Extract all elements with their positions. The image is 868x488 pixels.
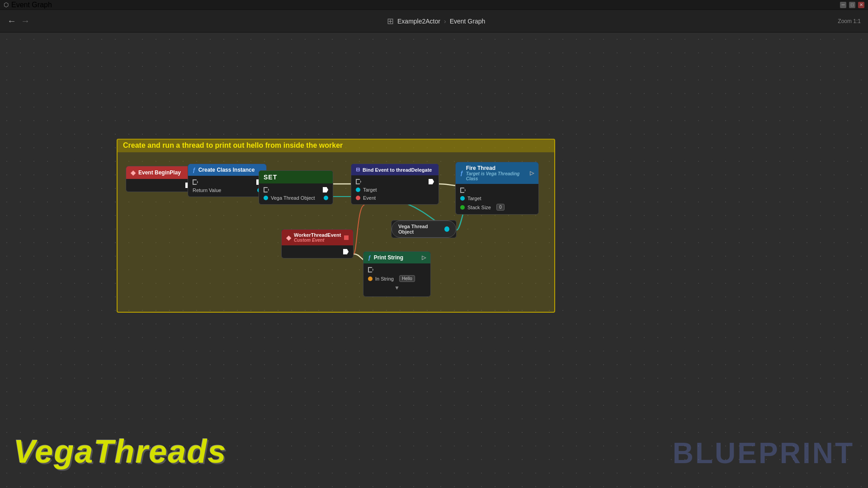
node-fire-thread-body: Target Stack Size 0 xyxy=(456,184,538,214)
create-return-row: Return Value xyxy=(193,188,262,193)
graph-canvas[interactable]: Create and run a thread to print out hel… xyxy=(0,33,868,488)
bind-exec-out-pin xyxy=(429,179,434,184)
node-create-class-instance[interactable]: ƒ Create Class Instance Return Value xyxy=(188,164,267,197)
ue-icon: ⬡ xyxy=(4,1,9,8)
stack-size-value[interactable]: 0 xyxy=(496,204,505,211)
print-instring-label: In String xyxy=(375,276,394,282)
fire-stack-row: Stack Size 0 xyxy=(460,204,534,211)
return-label: Return Value xyxy=(193,188,221,193)
breadcrumb-current: Event Graph xyxy=(450,18,486,25)
fire-thread-func-icon: ƒ xyxy=(460,170,463,176)
watermark-blueprint: BLUEPRINT xyxy=(673,436,854,470)
breadcrumb-separator: › xyxy=(444,18,446,25)
node-worker-header: ◆ WorkerThreadEvent Custom Event xyxy=(282,230,353,245)
node-print-string-header: ƒ Print String ▷ xyxy=(363,252,430,263)
set-var-label: Vega Thread Object xyxy=(271,195,315,201)
print-instring-pin xyxy=(368,277,373,281)
minimize-button[interactable]: ─ xyxy=(840,2,846,8)
breadcrumb-parent[interactable]: Example2Actor xyxy=(397,18,440,25)
node-worker-body xyxy=(282,245,353,258)
node-bind-event[interactable]: ⊟ Bind Event to threadDelegate Target Ev… xyxy=(351,164,439,205)
print-exec-row xyxy=(368,267,426,272)
node-event-begin-play-body xyxy=(126,179,195,192)
forward-button[interactable]: → xyxy=(21,16,30,26)
set-exec-in-pin xyxy=(264,187,269,192)
node-vega-thread-object[interactable]: Vega Thread Object xyxy=(391,220,457,238)
worker-exec-out-row xyxy=(286,249,349,254)
bind-target-row: Target xyxy=(356,187,434,192)
fire-out-arrow: ▷ xyxy=(530,170,534,176)
bind-event-row: Event xyxy=(356,195,434,201)
maximize-button[interactable]: □ xyxy=(849,2,855,8)
fire-target-row: Target xyxy=(460,196,534,201)
vega-var-out-pin xyxy=(444,226,449,232)
node-vega-var-header: Vega Thread Object xyxy=(392,221,456,238)
node-fire-thread-subtitle: Target is Vega Threading Class xyxy=(466,171,527,181)
node-set-header: SET xyxy=(259,171,333,183)
close-button[interactable]: ✕ xyxy=(858,2,864,8)
node-set-body: Vega Thread Object xyxy=(259,183,333,204)
node-set[interactable]: SET Vega Thread Object xyxy=(259,170,333,205)
node-worker-subtitle: Custom Event xyxy=(294,238,341,243)
node-print-string-body: In String Hello ▼ xyxy=(363,263,430,296)
function-icon: ƒ xyxy=(193,167,196,173)
fire-stack-label: Stack Size xyxy=(467,205,491,210)
fire-target-label: Target xyxy=(467,196,481,201)
node-event-begin-play-title: Event BeginPlay xyxy=(138,169,181,176)
node-fire-thread[interactable]: ƒ Fire Thread Target is Vega Threading C… xyxy=(455,162,539,215)
worker-event-badge xyxy=(344,235,349,240)
set-title: SET xyxy=(264,174,277,181)
zoom-level: Zoom 1:1 xyxy=(838,18,861,24)
worker-exec-out-pin xyxy=(343,249,349,254)
top-nav: ← → ⊞ Example2Actor › Event Graph Zoom 1… xyxy=(0,10,868,33)
fire-stack-pin xyxy=(460,205,465,210)
create-exec-in-row xyxy=(193,179,262,185)
back-button[interactable]: ← xyxy=(7,16,16,26)
node-create-class-title: Create Class Instance xyxy=(198,167,255,173)
diamond-icon: ◆ xyxy=(131,169,136,176)
bind-icon: ⊟ xyxy=(356,167,360,173)
node-worker-thread-event[interactable]: ◆ WorkerThreadEvent Custom Event xyxy=(281,229,354,258)
comment-label: Create and run a thread to print out hel… xyxy=(118,139,554,152)
node-create-class-body: Return Value xyxy=(188,176,266,197)
node-fire-thread-title: Fire Thread xyxy=(466,165,527,171)
fire-exec-in-pin xyxy=(460,188,466,193)
bind-event-pin xyxy=(356,196,360,200)
set-value-in-pin xyxy=(264,196,268,200)
bind-exec-row xyxy=(356,179,434,184)
node-worker-title: WorkerThreadEvent xyxy=(294,232,341,238)
print-exec-in-pin xyxy=(368,267,373,272)
node-bind-event-title: Bind Event to threadDelegate xyxy=(363,167,432,173)
bind-target-label: Target xyxy=(363,187,377,192)
bind-event-label: Event xyxy=(363,195,376,201)
print-instring-row: In String Hello xyxy=(368,275,426,282)
breadcrumb: ⊞ Example2Actor › Event Graph xyxy=(34,16,838,26)
print-instring-value[interactable]: Hello xyxy=(399,275,415,282)
node-create-class-header: ƒ Create Class Instance xyxy=(188,164,266,176)
set-exec-row xyxy=(264,187,328,192)
node-print-string[interactable]: ƒ Print String ▷ In String Hello ▼ xyxy=(363,251,431,297)
print-out-arrow: ▷ xyxy=(422,254,426,261)
bind-exec-in-pin xyxy=(356,179,361,184)
set-value-out-pin xyxy=(324,196,328,200)
node-event-begin-play-header: ◆ Event BeginPlay □ xyxy=(126,166,195,179)
node-fire-thread-header: ƒ Fire Thread Target is Vega Threading C… xyxy=(456,162,538,184)
breadcrumb-icon: ⊞ xyxy=(387,16,394,26)
print-expand-chevron[interactable]: ▼ xyxy=(368,285,426,293)
node-event-begin-play[interactable]: ◆ Event BeginPlay □ xyxy=(126,166,196,192)
fire-exec-row xyxy=(460,188,534,193)
create-exec-in-pin xyxy=(193,179,198,185)
node-vega-var-title: Vega Thread Object xyxy=(398,224,442,235)
node-bind-event-header: ⊟ Bind Event to threadDelegate xyxy=(351,164,439,175)
title-bar-text: Event Graph xyxy=(11,1,52,9)
exec-out-pin-row xyxy=(131,183,191,188)
set-exec-out-pin xyxy=(323,187,328,192)
watermark-title: VegaThreads xyxy=(14,433,227,470)
node-bind-event-body: Target Event xyxy=(351,175,439,204)
window-controls: ─ □ ✕ xyxy=(840,2,864,8)
set-var-row: Vega Thread Object xyxy=(264,195,328,201)
fire-target-pin xyxy=(460,196,465,201)
print-func-icon: ƒ xyxy=(368,254,371,261)
title-bar: ⬡ Event Graph ─ □ ✕ xyxy=(0,0,868,10)
worker-diamond-icon: ◆ xyxy=(286,234,291,241)
